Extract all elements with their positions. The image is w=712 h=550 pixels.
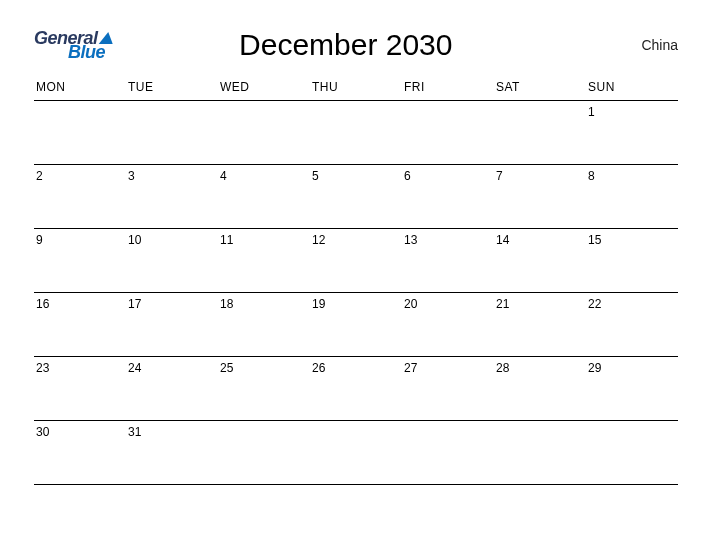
bottom-rule xyxy=(34,484,678,485)
calendar-cell xyxy=(310,420,402,484)
calendar-cell: 25 xyxy=(218,356,310,420)
calendar-cell: 7 xyxy=(494,164,586,228)
calendar-cell: 29 xyxy=(586,356,678,420)
calendar-grid: 1234567891011121314151617181920212223242… xyxy=(34,100,678,484)
calendar-cell: 26 xyxy=(310,356,402,420)
calendar-cell: 23 xyxy=(34,356,126,420)
calendar-cell xyxy=(494,420,586,484)
header: General Blue December 2030 China xyxy=(34,28,678,62)
logo-sail-icon xyxy=(98,32,115,44)
calendar-cell xyxy=(586,420,678,484)
calendar-cell: 5 xyxy=(310,164,402,228)
calendar-cell: 12 xyxy=(310,228,402,292)
calendar-cell: 3 xyxy=(126,164,218,228)
weekday-header-row: MONTUEWEDTHUFRISATSUN xyxy=(34,76,678,100)
calendar-cell xyxy=(218,100,310,164)
calendar-cell: 24 xyxy=(126,356,218,420)
calendar-cell: 4 xyxy=(218,164,310,228)
weekday-header: TUE xyxy=(126,76,218,100)
calendar-title: December 2030 xyxy=(74,28,618,62)
calendar-cell: 10 xyxy=(126,228,218,292)
calendar-cell xyxy=(494,100,586,164)
calendar-cell xyxy=(126,100,218,164)
calendar-cell: 14 xyxy=(494,228,586,292)
calendar-cell: 21 xyxy=(494,292,586,356)
region-label: China xyxy=(618,37,678,53)
weekday-header: MON xyxy=(34,76,126,100)
calendar-cell: 28 xyxy=(494,356,586,420)
calendar-cell: 22 xyxy=(586,292,678,356)
calendar-cell: 9 xyxy=(34,228,126,292)
calendar-cell: 13 xyxy=(402,228,494,292)
weekday-header: WED xyxy=(218,76,310,100)
calendar-cell: 1 xyxy=(586,100,678,164)
calendar-cell: 17 xyxy=(126,292,218,356)
calendar-cell: 19 xyxy=(310,292,402,356)
calendar-cell xyxy=(402,420,494,484)
weekday-header: THU xyxy=(310,76,402,100)
calendar-cell: 15 xyxy=(586,228,678,292)
weekday-header: FRI xyxy=(402,76,494,100)
calendar-cell: 31 xyxy=(126,420,218,484)
calendar-cell: 18 xyxy=(218,292,310,356)
calendar-cell xyxy=(34,100,126,164)
calendar-cell xyxy=(218,420,310,484)
weekday-header: SUN xyxy=(586,76,678,100)
calendar-cell: 8 xyxy=(586,164,678,228)
calendar-cell: 11 xyxy=(218,228,310,292)
calendar-cell: 30 xyxy=(34,420,126,484)
calendar-cell: 2 xyxy=(34,164,126,228)
calendar-cell: 27 xyxy=(402,356,494,420)
calendar-cell: 6 xyxy=(402,164,494,228)
weekday-header: SAT xyxy=(494,76,586,100)
calendar-cell xyxy=(402,100,494,164)
calendar-cell: 16 xyxy=(34,292,126,356)
calendar-cell: 20 xyxy=(402,292,494,356)
calendar-cell xyxy=(310,100,402,164)
